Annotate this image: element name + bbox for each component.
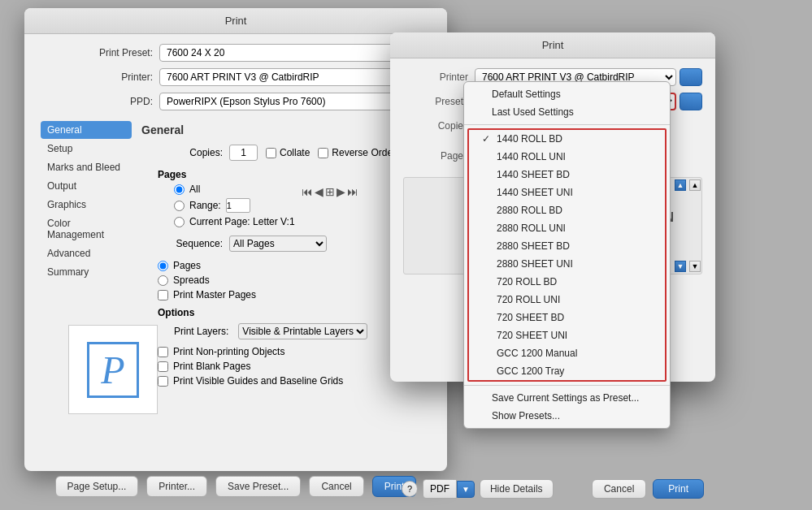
menu-divider-2 (464, 385, 670, 386)
menu-item-2880-roll-uni[interactable]: 2880 ROLL UNI (469, 219, 665, 237)
preset-items-box: ✓ 1440 ROLL BD 1440 ROLL UNI 1440 SHEET … (467, 128, 667, 382)
front-dialog-title: Print (390, 32, 715, 58)
options-title: Options (158, 307, 428, 318)
copies-label: Copies: (166, 147, 223, 158)
pdf-arrow-icon[interactable]: ▼ (457, 481, 475, 498)
preview-p-letter: P (87, 342, 138, 398)
front-printer-blue-btn[interactable] (680, 68, 702, 86)
front-copies-label: Copies (403, 120, 468, 132)
collate-checkbox[interactable] (266, 148, 276, 158)
sidebar-item-advanced[interactable]: Advanced (41, 244, 132, 262)
page-nav: ⏮ ◀ ⊞ ▶ ⏭ (302, 185, 358, 198)
back-cancel-button[interactable]: Cancel (309, 476, 363, 497)
spreads-radio-label: Spreads (173, 274, 210, 286)
nonprint-checkbox[interactable] (158, 347, 168, 357)
sidebar-item-summary[interactable]: Summary (41, 263, 132, 281)
visible-guides-row: Print Visible Guides and Baseline Grids (158, 375, 428, 387)
front-bottom-right: Cancel Print (592, 479, 704, 499)
all-radio-input[interactable] (174, 184, 185, 195)
last-page-icon[interactable]: ⏭ (347, 185, 358, 198)
range-radio-input[interactable] (174, 201, 185, 211)
menu-item-720-roll-uni[interactable]: 720 ROLL UNI (469, 291, 665, 309)
spreads-radio-btn[interactable] (158, 275, 168, 286)
ppd-label: PPD: (37, 96, 159, 107)
copies-input[interactable] (229, 145, 258, 161)
prev-page-icon[interactable]: ◀ (315, 185, 323, 198)
print-preset-row: Print Preset: 7600 24 X 20 (37, 44, 434, 62)
stepper-area: ▲ ▼ (674, 178, 687, 274)
blank-pages-checkbox[interactable] (158, 361, 168, 372)
print-master-label: Print Master Pages (173, 289, 256, 300)
print-layers-label: Print Layers: (174, 326, 228, 337)
menu-item-save-preset[interactable]: Save Current Settings as Preset... (464, 389, 670, 407)
nonprint-label: Print Non-printing Objects (173, 346, 284, 357)
print-preset-label: Print Preset: (37, 47, 159, 58)
range-label: Range: (189, 200, 221, 211)
all-radio: All (174, 184, 295, 195)
menu-item-show-presets[interactable]: Show Presets... (464, 407, 670, 425)
sidebar-item-graphics[interactable]: Graphics (41, 196, 132, 214)
menu-item-gcc-1200-tray[interactable]: GCC 1200 Tray (469, 362, 665, 380)
pdf-label[interactable]: PDF (423, 479, 457, 499)
sidebar-item-general[interactable]: General (41, 121, 132, 139)
sidebar-item-color-management[interactable]: Color Management (41, 214, 132, 244)
first-page-icon[interactable]: ⏮ (302, 185, 313, 198)
menu-item-1440-roll-bd[interactable]: ✓ 1440 ROLL BD (469, 130, 665, 148)
menu-item-720-roll-bd[interactable]: 720 ROLL BD (469, 273, 665, 291)
pages-radio-btn[interactable] (158, 261, 168, 271)
pages-section: Pages All Range: (141, 169, 428, 227)
menu-item-2880-roll-bd[interactable]: 2880 ROLL BD (469, 201, 665, 219)
pages-radio-label: Pages (173, 260, 201, 271)
front-print-button[interactable]: Print (653, 479, 704, 499)
back-dialog-buttons: Page Setup... Printer... Save Preset... … (24, 476, 447, 497)
scroll-down-btn[interactable]: ▼ (689, 261, 701, 272)
menu-item-last-used-settings[interactable]: Last Used Settings (464, 103, 670, 121)
printer-label: Printer: (37, 71, 159, 83)
printer-button[interactable]: Printer... (146, 476, 207, 497)
sequence-label: Sequence: (166, 238, 223, 249)
sequence-row: Sequence: All Pages (141, 236, 428, 252)
scrollbar: ▲ ▼ (688, 178, 701, 274)
reverse-order-checkbox[interactable] (318, 148, 328, 158)
print-master-checkbox-input[interactable] (158, 290, 168, 300)
sidebar-item-marks-and-bleed[interactable]: Marks and Bleed (41, 158, 132, 176)
print-layers-row: Print Layers: Visible & Printable Layers (158, 323, 428, 339)
menu-item-gcc-1200-manual[interactable]: GCC 1200 Manual (469, 344, 665, 362)
front-bottom-left: ? PDF ▼ Hide Details (402, 479, 554, 499)
hide-details-button[interactable]: Hide Details (480, 479, 554, 499)
page-setup-button[interactable]: Page Setup... (55, 476, 139, 497)
menu-item-1440-sheet-bd[interactable]: 1440 SHEET BD (469, 166, 665, 184)
preview-box: P (68, 325, 158, 414)
stepper-down-btn[interactable]: ▼ (675, 261, 686, 272)
sidebar-item-setup[interactable]: Setup (41, 140, 132, 158)
range-radio: Range: (174, 198, 295, 213)
print-layers-select[interactable]: Visible & Printable Layers (238, 323, 367, 339)
menu-item-2880-sheet-bd[interactable]: 2880 SHEET BD (469, 237, 665, 255)
current-page-radio-input[interactable] (174, 217, 185, 227)
menu-item-default-settings[interactable]: Default Settings (464, 85, 670, 103)
current-page-label: Current Page: Letter V:1 (189, 216, 295, 227)
current-page-radio: Current Page: Letter V:1 (174, 216, 295, 227)
menu-item-1440-sheet-uni[interactable]: 1440 SHEET UNI (469, 184, 665, 201)
stepper-up-btn[interactable]: ▲ (675, 179, 686, 191)
menu-item-720-sheet-uni[interactable]: 720 SHEET UNI (469, 326, 665, 344)
pages-radio-group: All Range: Current Page: Letter V:1 (158, 184, 295, 227)
help-button[interactable]: ? (402, 481, 418, 497)
sidebar-item-output[interactable]: Output (41, 177, 132, 195)
scroll-up-btn[interactable]: ▲ (689, 179, 701, 191)
front-presets-label: Presets (403, 96, 468, 107)
sequence-select[interactable]: All Pages (229, 236, 327, 252)
save-preset-button[interactable]: Save Preset... (215, 476, 301, 497)
front-cancel-button[interactable]: Cancel (592, 479, 646, 499)
menu-item-2880-sheet-uni[interactable]: 2880 SHEET UNI (469, 255, 665, 273)
next-page-icon[interactable]: ▶ (337, 185, 345, 198)
menu-item-1440-roll-uni[interactable]: 1440 ROLL UNI (469, 148, 665, 166)
all-pages-icon[interactable]: ⊞ (325, 185, 335, 198)
reverse-order-label: Reverse Order (332, 147, 396, 158)
visible-guides-checkbox[interactable] (158, 376, 168, 387)
front-presets-blue-btn[interactable] (680, 93, 702, 110)
range-input[interactable] (226, 198, 250, 213)
copies-row: Copies: Collate Reverse Order (141, 145, 428, 161)
menu-item-720-sheet-bd[interactable]: 720 SHEET BD (469, 309, 665, 326)
nonprint-row: Print Non-printing Objects (158, 346, 428, 357)
